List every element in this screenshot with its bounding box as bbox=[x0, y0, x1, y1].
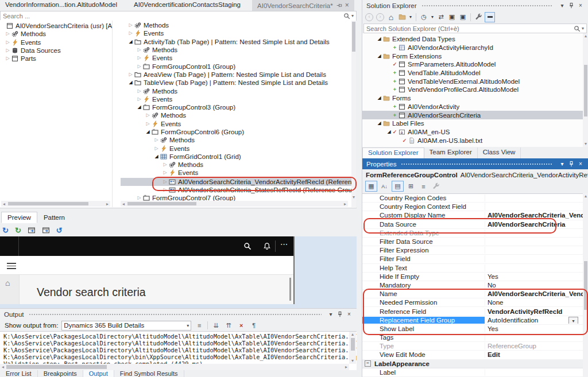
tree-item[interactable]: ◢FormGroupControl3 (Group) bbox=[121, 103, 352, 111]
scrollbar-thumb[interactable] bbox=[584, 261, 587, 310]
property-row[interactable]: Filter Data Source bbox=[362, 238, 584, 246]
property-row[interactable]: MandatoryNo bbox=[362, 281, 584, 290]
scroll-up-icon[interactable]: ▴ bbox=[350, 332, 355, 337]
show-all-files-icon[interactable]: ▣ bbox=[458, 13, 467, 22]
scroll-up-icon[interactable]: ▴ bbox=[583, 193, 588, 199]
tree-item[interactable]: ▷Events bbox=[121, 54, 352, 62]
expander-icon[interactable]: ▷ bbox=[153, 146, 160, 151]
wrench-icon[interactable] bbox=[431, 181, 442, 191]
scroll-right-icon[interactable]: ▸ bbox=[343, 364, 349, 370]
tree-item[interactable]: +AI0VendorActivityHierarchyId bbox=[362, 44, 584, 52]
expander-icon[interactable]: ▷ bbox=[136, 96, 142, 102]
property-row[interactable]: Country Region Codes bbox=[362, 194, 584, 203]
vertical-scrollbar[interactable]: ▴ ▾ bbox=[583, 33, 588, 147]
vertical-scrollbar[interactable]: ▾ bbox=[351, 21, 356, 207]
scroll-left-icon[interactable]: ◂ bbox=[0, 364, 6, 370]
expander-icon[interactable]: ▷ bbox=[136, 55, 142, 61]
tree-item-forms[interactable]: ◢Forms bbox=[362, 94, 584, 103]
tree-item[interactable]: ▷Methods bbox=[121, 21, 352, 29]
forward-icon[interactable]: › bbox=[376, 13, 385, 22]
chevron-down-icon[interactable]: ▾ bbox=[430, 13, 435, 22]
vertical-scrollbar[interactable]: ▴ bbox=[583, 193, 588, 377]
collapse-all-icon[interactable]: ▣ bbox=[447, 13, 457, 22]
tree-item-vendoractivityrefrecid[interactable]: ▷AI0VendorSearchCriteria_VendorActivityR… bbox=[121, 178, 352, 186]
property-row-data-source[interactable]: Data SourceAI0VendorSearchCriteria bbox=[362, 220, 584, 229]
expander-icon[interactable]: ▷ bbox=[127, 72, 134, 77]
tab-find-symbol-results[interactable]: Find Symbol Results bbox=[114, 370, 184, 377]
solution-explorer-search-input[interactable] bbox=[364, 25, 574, 32]
property-row[interactable]: Filter Field bbox=[362, 255, 584, 263]
expander-icon[interactable]: ▷ bbox=[162, 162, 168, 168]
expander-icon[interactable]: ▷ bbox=[136, 88, 142, 94]
expander-icon[interactable]: ▷ bbox=[127, 30, 134, 36]
scroll-down-icon[interactable]: ▾ bbox=[351, 195, 357, 200]
tab-vendorinformation[interactable]: VendorInformation...tion.AltitudoModel bbox=[0, 0, 122, 11]
tab-ai0vendcertificationcontactsstaging[interactable]: AI0VendcertificationContactsStaging bbox=[129, 0, 246, 11]
tree-item-parts[interactable]: ▷Parts bbox=[0, 55, 112, 63]
undo-icon[interactable]: ↺ bbox=[56, 226, 63, 235]
open-window-alt-icon[interactable] bbox=[42, 226, 50, 234]
tree-item[interactable]: ▷Methods bbox=[121, 111, 352, 119]
scroll-left-icon[interactable]: ◂ bbox=[121, 201, 126, 207]
editor-search-input[interactable] bbox=[1, 13, 343, 20]
tree-item[interactable]: +VendVendorProfileCard.AltitudoModel bbox=[362, 85, 584, 94]
tree-item[interactable]: ▷Methods bbox=[121, 87, 352, 95]
property-row[interactable]: Label bbox=[362, 368, 584, 377]
scroll-left-icon[interactable]: ◂ bbox=[1, 201, 7, 207]
horizontal-scrollbar[interactable]: ◂ ▸ bbox=[0, 364, 349, 370]
window-menu-icon[interactable]: ▾ bbox=[326, 311, 335, 317]
property-row[interactable]: Filter Expression bbox=[362, 246, 584, 255]
tree-item[interactable]: ✓SrmParameters.AltitudoModel bbox=[362, 60, 584, 69]
property-row[interactable]: Extended Data Type bbox=[362, 229, 584, 238]
expander-icon[interactable]: ▷ bbox=[136, 47, 142, 53]
expander-icon[interactable]: ▷ bbox=[162, 179, 168, 185]
tab-breakpoints[interactable]: Breakpoints bbox=[38, 370, 83, 377]
tree-item-extended-data-types[interactable]: ◢Extended Data Types bbox=[362, 35, 584, 44]
open-window-icon[interactable] bbox=[28, 226, 36, 234]
expander-icon[interactable]: ▷ bbox=[153, 137, 160, 143]
tree-item[interactable]: ◢FormGroupControl6 (Group) bbox=[121, 128, 352, 136]
tree-item-form-extensions[interactable]: ◢Form Extensions bbox=[362, 52, 584, 60]
scrollbar-thumb[interactable] bbox=[351, 338, 355, 351]
properties-wrench-icon[interactable] bbox=[474, 13, 483, 22]
tab-team-explorer[interactable]: Team Explorer bbox=[424, 147, 478, 158]
tab-ai0vendorsearchcriteria[interactable]: AI0VendorSearchCriteria* × bbox=[252, 0, 354, 11]
pin-icon[interactable] bbox=[336, 2, 342, 9]
sync-with-active-document-icon[interactable]: ⇄ bbox=[436, 13, 446, 22]
scrollbar-thumb[interactable] bbox=[8, 202, 88, 205]
close-icon[interactable]: × bbox=[345, 2, 349, 9]
property-row-name[interactable]: NameAI0VendorSearchCriteria_VendorActivi… bbox=[362, 290, 584, 298]
property-row[interactable]: Needed PermissionNone bbox=[362, 298, 584, 307]
expander-icon[interactable]: ◢ bbox=[136, 104, 142, 110]
home-icon[interactable]: ⌂ bbox=[386, 13, 396, 22]
tab-preview[interactable]: Preview bbox=[1, 212, 37, 223]
output-source-combo[interactable]: Dynamics 365 Build Details ▾ bbox=[61, 321, 191, 331]
close-icon[interactable]: × bbox=[576, 2, 585, 9]
tree-item-data-sources[interactable]: ▷Data Sources bbox=[0, 46, 112, 55]
scroll-right-icon[interactable]: ▸ bbox=[105, 201, 110, 207]
tree-item[interactable]: ▷Methods bbox=[121, 161, 352, 169]
expander-icon[interactable]: ▷ bbox=[136, 195, 142, 201]
tree-item-label-txt[interactable]: ✓AI0AM.en-US.label.txt bbox=[362, 136, 584, 145]
expander-icon[interactable]: ▷ bbox=[145, 112, 151, 118]
search-icon[interactable] bbox=[343, 13, 350, 20]
tree-item[interactable]: ◢ActivityTab (Tab Page) | Pattern: Neste… bbox=[121, 38, 352, 46]
word-wrap-icon[interactable]: ¶ bbox=[249, 322, 258, 329]
scrollbar-thumb[interactable] bbox=[352, 22, 355, 52]
selected-object-combo[interactable]: FormReferenceGroupControl AI0VendorSearc… bbox=[362, 169, 588, 180]
tree-item[interactable]: ▷FormGroupControl1 (Group) bbox=[121, 62, 352, 70]
pin-icon[interactable] bbox=[567, 161, 576, 168]
tree-item-root[interactable]: AI0VendorSearchCriteria (usr) [AltitudoM… bbox=[0, 22, 112, 30]
pending-changes-filter-icon[interactable]: ◷ bbox=[419, 13, 428, 22]
tree-item[interactable]: ▷Events bbox=[121, 95, 352, 103]
tree-item[interactable]: ▷Events bbox=[121, 169, 352, 177]
home-icon[interactable]: ⌂ bbox=[5, 278, 10, 287]
tree-item-label-files[interactable]: ◢Label Files bbox=[362, 119, 584, 128]
property-value[interactable]: AutoIdentification▾ bbox=[485, 317, 584, 324]
pin-icon[interactable] bbox=[567, 2, 576, 9]
property-row[interactable]: TypeReferenceGroup bbox=[362, 342, 584, 351]
categorized-icon[interactable]: ▦ bbox=[365, 181, 377, 192]
tab-output[interactable]: Output bbox=[83, 370, 114, 377]
property-row[interactable]: Country Region Context Field bbox=[362, 203, 584, 211]
tree-item-statesrefrecid[interactable]: ▷AI0VendorSearchCriteria_StatesRefRecId … bbox=[121, 186, 352, 194]
